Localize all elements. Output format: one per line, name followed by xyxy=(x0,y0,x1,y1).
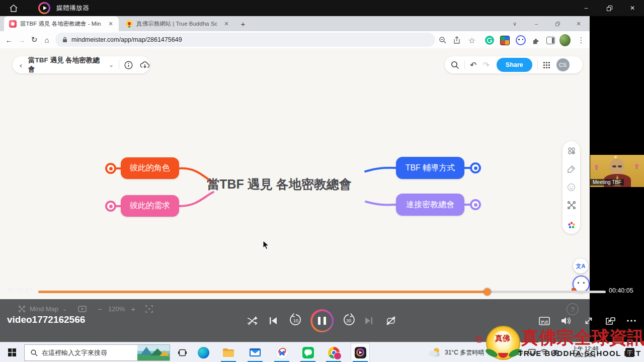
new-tab-button[interactable]: + xyxy=(236,16,250,31)
player-close-button[interactable]: ✕ xyxy=(621,0,644,16)
tray-wifi-icon[interactable] xyxy=(540,349,548,355)
tab-close-icon[interactable]: ✕ xyxy=(222,20,230,28)
weather-text: 31°C 多雲時晴 xyxy=(445,348,484,357)
bookmark-star-icon[interactable]: ☆ xyxy=(466,35,477,46)
zoom-out-button[interactable]: − xyxy=(98,305,102,313)
player-home-button[interactable] xyxy=(2,0,25,16)
browser-toolbar: ← → ↻ ⌂ mindmeister.com/app/map/28614756… xyxy=(0,31,590,49)
tray-display-icon[interactable] xyxy=(528,349,536,355)
browser-menu-chevron[interactable]: ∨ xyxy=(508,16,521,31)
pause-button[interactable] xyxy=(310,309,334,332)
video-frame[interactable]: 當TBF 遇見 各地密教總會 - Min ✕ 真佛宗務網站 | True Bud… xyxy=(0,16,644,329)
seek-bar[interactable] xyxy=(38,291,606,293)
fit-map-icon[interactable] xyxy=(145,305,153,313)
more-options-button[interactable] xyxy=(624,313,639,328)
tray-expand-chevron[interactable]: ⌃ xyxy=(504,349,509,356)
mindmap-node[interactable]: 彼此的需求 xyxy=(121,195,179,217)
repeat-off-button[interactable] xyxy=(383,313,398,328)
connections-icon[interactable] xyxy=(18,305,26,313)
truebuddha-favicon xyxy=(126,20,133,27)
mindmap-node[interactable]: TBF 輔導方式 xyxy=(396,157,464,179)
tab-mindmeister[interactable]: 當TBF 遇見 各地密教總會 - Min ✕ xyxy=(4,16,119,31)
taskbar-edge-icon[interactable] xyxy=(193,342,213,362)
tab-close-icon[interactable]: ✕ xyxy=(107,20,115,28)
skip-forward-30-button[interactable]: 30 xyxy=(341,312,356,327)
webcam-thumbnail: Meeting TBF xyxy=(590,155,644,187)
taskbar-line-icon[interactable] xyxy=(298,342,318,362)
assistant-button[interactable] xyxy=(573,276,590,293)
ai-flower-icon[interactable] xyxy=(562,218,580,233)
zoom-out-icon[interactable] xyxy=(437,35,448,46)
skip-back-label: 10 xyxy=(293,318,298,323)
taskbar-chrome-icon[interactable] xyxy=(324,342,344,362)
taskbar-search-box[interactable]: 在這裡輸入文字來搜尋 xyxy=(24,344,170,361)
taskbar-art-app-icon[interactable] xyxy=(272,342,292,362)
address-bar[interactable]: mindmeister.com/app/map/2861475649 xyxy=(55,33,435,47)
share-icon[interactable] xyxy=(451,35,462,46)
node-connector[interactable] xyxy=(105,163,116,174)
previous-button[interactable] xyxy=(266,313,281,328)
start-button[interactable] xyxy=(2,342,22,362)
player-restore-button[interactable] xyxy=(598,0,621,16)
fullscreen-button[interactable] xyxy=(581,313,596,328)
zoom-level[interactable]: 120% xyxy=(108,305,125,313)
extension-grammarly-icon[interactable] xyxy=(484,35,495,46)
tray-input-language[interactable]: 英 xyxy=(552,349,558,357)
extension-face-icon[interactable] xyxy=(515,35,526,46)
translate-icon: 文A xyxy=(576,262,586,270)
search-placeholder: 在這裡輸入文字來搜尋 xyxy=(42,348,107,357)
browser-close-button[interactable]: ✕ xyxy=(572,16,585,31)
home-icon[interactable]: ⌂ xyxy=(42,35,52,45)
skip-back-10-button[interactable]: 10 xyxy=(288,312,303,327)
home-icon xyxy=(10,5,18,12)
browser-menu-icon[interactable]: ⋮ xyxy=(576,35,587,46)
mindmap-node[interactable]: 彼此的角色 xyxy=(121,157,179,179)
mindmeister-canvas[interactable]: ‹ 當TBF 遇見 各地密教總會 ⌄ xyxy=(0,48,590,329)
tray-sync-icon[interactable] xyxy=(516,349,523,356)
weather-icon xyxy=(429,348,441,357)
translate-button[interactable]: 文A xyxy=(573,258,588,274)
mindmeister-favicon xyxy=(9,20,17,28)
mindmap-node[interactable]: 連接密教總會 xyxy=(396,194,464,216)
layout-dots-icon[interactable] xyxy=(562,143,580,158)
emoji-icon[interactable] xyxy=(562,179,580,195)
notification-center-button[interactable] xyxy=(625,347,635,357)
connections-icon[interactable] xyxy=(562,198,580,213)
extension-colorful-icon[interactable] xyxy=(499,35,510,46)
shuffle-off-button[interactable] xyxy=(245,313,260,328)
extensions-puzzle-icon[interactable] xyxy=(530,35,541,46)
back-icon[interactable]: ← xyxy=(4,35,14,45)
mini-player-button[interactable] xyxy=(603,313,618,328)
node-connector[interactable] xyxy=(470,199,481,210)
player-minimize-button[interactable]: – xyxy=(575,0,598,16)
node-connector[interactable] xyxy=(105,201,116,212)
format-brush-icon[interactable] xyxy=(562,161,580,176)
side-panel-icon[interactable] xyxy=(545,35,556,46)
tray-clock[interactable]: 上午 12:48 2021/6/1 xyxy=(564,345,607,358)
mm-bottom-toolbar: Mind Map ⌄ − 120% + xyxy=(18,305,153,313)
browser-minimize-button[interactable]: – xyxy=(530,16,543,31)
taskbar-media-player-icon[interactable] xyxy=(350,342,370,362)
notification-badge xyxy=(334,352,342,360)
captions-button[interactable] xyxy=(537,313,552,328)
taskbar-weather[interactable]: 31°C 多雲時晴 xyxy=(429,342,484,362)
task-view-button[interactable] xyxy=(172,342,192,362)
search-highlight-image[interactable] xyxy=(137,345,170,360)
volume-button[interactable] xyxy=(558,313,574,328)
tray-time: 上午 12:48 xyxy=(564,345,607,352)
taskbar-explorer-icon[interactable] xyxy=(218,342,238,362)
view-mode-label[interactable]: Mind Map xyxy=(30,305,58,313)
zoom-in-button[interactable]: + xyxy=(131,305,135,313)
tab-truebuddha[interactable]: 真佛宗務網站 | True Buddha Sc ✕ xyxy=(121,16,234,31)
reload-icon[interactable]: ↻ xyxy=(29,35,39,45)
node-connector[interactable] xyxy=(470,162,481,173)
browser-restore-button[interactable] xyxy=(551,16,564,31)
video-title: video1772162566 xyxy=(7,314,85,325)
profile-avatar[interactable] xyxy=(559,35,571,46)
presentation-icon[interactable] xyxy=(78,306,87,313)
mindmap-central-topic[interactable]: 當TBF 遇見 各地密教總會 xyxy=(201,176,357,193)
forward-icon[interactable]: → xyxy=(17,35,27,45)
view-mode-chevron-icon[interactable]: ⌄ xyxy=(62,306,67,312)
taskbar-mail-icon[interactable] xyxy=(245,342,265,362)
next-button[interactable] xyxy=(361,313,376,328)
